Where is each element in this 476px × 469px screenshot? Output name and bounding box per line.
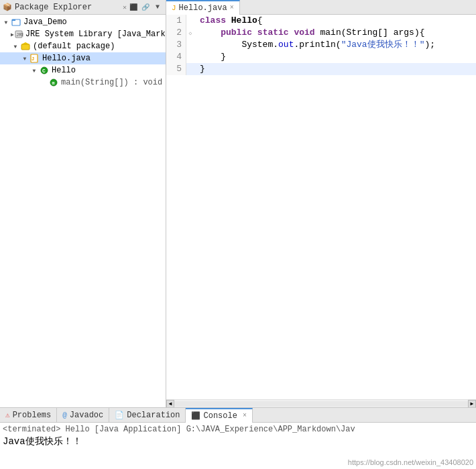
tree-label-default-package: (default package)	[33, 42, 115, 51]
console-icon: ⬛	[191, 411, 200, 420]
svg-rect-1	[12, 19, 15, 21]
tree-item-hello-java[interactable]: ▼ J Hello.java	[0, 52, 166, 64]
problems-icon: ⚠	[5, 411, 10, 419]
tree-item-jre[interactable]: ▶ JRE JRE System Library [Java_Markd	[0, 28, 166, 40]
package-explorer-icon: 📦	[3, 3, 12, 11]
code-line-4: 4 }	[166, 51, 476, 63]
tree-label-java-demo: Java_Demo	[23, 17, 67, 27]
scroll-right-btn[interactable]: ▶	[468, 400, 476, 408]
line-num-1: 1	[166, 15, 186, 27]
arrow-hello-java: ▼	[20, 56, 29, 62]
class-icon: C	[39, 65, 50, 76]
package-explorer-title: Package Explorer	[15, 3, 123, 12]
svg-text:JRE: JRE	[16, 32, 23, 38]
svg-marker-5	[21, 42, 29, 44]
package-explorer-header: 📦 Package Explorer ✕ ⬛ 🔗 ▼	[0, 0, 166, 15]
code-line-1: 1 class Hello{	[166, 15, 476, 27]
scroll-track[interactable]	[174, 401, 468, 407]
tree-label-jre: JRE System Library [Java_Markd	[25, 30, 166, 39]
tab-javadoc[interactable]: @ Javadoc	[57, 408, 109, 423]
code-editor[interactable]: 1 class Hello{ 2 ◇ public static void ma…	[166, 15, 476, 399]
project-icon	[11, 17, 21, 28]
declaration-icon: 📄	[115, 411, 124, 419]
method-icon: m	[48, 77, 59, 88]
line-content-4: }	[194, 51, 226, 63]
code-line-3: 3 System.out.println("Java使我快乐！！");	[166, 39, 476, 51]
tree-item-hello-class[interactable]: ▼ C Hello	[0, 64, 166, 76]
tab-problems[interactable]: ⚠ Problems	[0, 408, 57, 423]
svg-text:m: m	[52, 81, 55, 86]
view-menu-icon[interactable]: ▼	[152, 2, 163, 13]
tree-item-main-method[interactable]: m main(String[]) : void	[0, 76, 166, 89]
console-terminated-line: <terminated> Hello [Java Application] G:…	[3, 424, 473, 435]
editor-tab-hello-java[interactable]: J Hello.java ×	[166, 0, 240, 15]
line-marker-4	[186, 51, 194, 63]
svg-rect-4	[21, 44, 29, 50]
collapse-all-icon[interactable]: ⬛	[128, 2, 139, 13]
tab-console-label: Console	[203, 411, 237, 421]
line-marker-1	[186, 15, 194, 27]
bottom-tabs: ⚠ Problems @ Javadoc 📄 Declaration ⬛ Con…	[0, 408, 476, 423]
tree-label-hello-class: Hello	[52, 66, 76, 75]
line-content-1: class Hello{	[194, 15, 263, 27]
tab-problems-label: Problems	[13, 411, 52, 420]
line-num-2: 2	[166, 27, 186, 39]
line-marker-3	[186, 39, 194, 51]
arrow-java-demo: ▼	[1, 19, 11, 25]
code-scrollbar[interactable]: ◀ ▶	[166, 399, 476, 407]
svg-text:C: C	[42, 68, 46, 74]
package-icon	[20, 41, 31, 52]
line-content-2: public static void main(String[] args){	[194, 27, 425, 39]
editor-tab-bar: J Hello.java ×	[166, 0, 476, 15]
line-num-5: 5	[166, 63, 186, 75]
java-file-icon: J	[29, 53, 40, 64]
link-editor-icon[interactable]: 🔗	[140, 2, 151, 13]
tree-label-hello-java: Hello.java	[42, 54, 91, 63]
arrow-default-package: ▼	[11, 44, 20, 50]
line-num-3: 3	[166, 39, 186, 51]
tab-declaration-label: Declaration	[127, 411, 180, 420]
tree-label-main-method: main(String[]) : void	[61, 78, 162, 87]
tree-item-java-demo[interactable]: ▼ Java_Demo	[0, 16, 166, 28]
console-output-line: Java使我快乐！！	[3, 435, 473, 448]
panel-header-icons: ⬛ 🔗 ▼	[128, 2, 163, 13]
tab-close-icon[interactable]: ×	[230, 4, 234, 11]
line-marker-5	[186, 63, 194, 75]
tab-console[interactable]: ⬛ Console ×	[186, 408, 252, 423]
scroll-left-btn[interactable]: ◀	[166, 400, 174, 408]
console-close-icon[interactable]: ×	[243, 412, 247, 419]
tab-declaration[interactable]: 📄 Declaration	[109, 408, 186, 423]
line-content-3: System.out.println("Java使我快乐！！");	[194, 39, 435, 51]
editor-tab-label: Hello.java	[179, 3, 227, 13]
code-line-2: 2 ◇ public static void main(String[] arg…	[166, 27, 476, 39]
line-content-5: }	[194, 63, 205, 75]
watermark: https://blog.csdn.net/weixin_43408020	[348, 458, 473, 466]
arrow-hello-class: ▼	[29, 68, 39, 74]
tab-javadoc-label: Javadoc	[70, 411, 103, 420]
tree-item-default-package[interactable]: ▼ (default package)	[0, 40, 166, 52]
code-line-5: 5 }	[166, 63, 476, 75]
svg-text:J: J	[32, 56, 34, 62]
tab-indicator: ✕	[123, 3, 127, 11]
javadoc-icon: @	[62, 411, 67, 419]
editor-panel: J Hello.java × 1 class Hello{ 2 ◇ public…	[166, 0, 476, 407]
line-marker-2: ◇	[186, 27, 194, 39]
package-explorer-tree: ▼ Java_Demo ▶ JRE JRE System Library [Ja…	[0, 15, 166, 407]
tab-java-icon: J	[172, 4, 176, 12]
jre-icon: JRE	[14, 29, 23, 40]
line-num-4: 4	[166, 51, 186, 63]
package-explorer-panel: 📦 Package Explorer ✕ ⬛ 🔗 ▼ ▼ Java_Demo	[0, 0, 166, 407]
